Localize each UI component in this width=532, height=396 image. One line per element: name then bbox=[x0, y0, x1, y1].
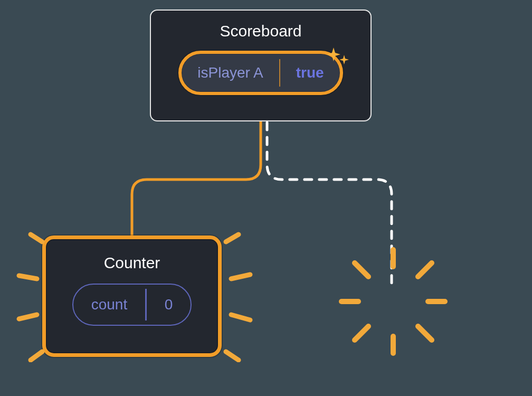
svg-line-5 bbox=[231, 275, 250, 279]
svg-line-2 bbox=[19, 315, 37, 319]
sparkle-icon bbox=[325, 45, 350, 71]
svg-line-6 bbox=[231, 315, 250, 320]
svg-line-11 bbox=[418, 326, 432, 340]
svg-line-15 bbox=[355, 263, 368, 277]
scoreboard-node: Scoreboard isPlayer A true bbox=[150, 10, 372, 121]
counter-node: Counter count 0 bbox=[42, 235, 222, 357]
burst-right-icon bbox=[216, 230, 264, 362]
svg-line-4 bbox=[226, 234, 239, 242]
diagram-canvas: Scoreboard isPlayer A true Counter count… bbox=[0, 0, 532, 396]
counter-state-value: 0 bbox=[147, 285, 191, 325]
svg-line-7 bbox=[226, 352, 239, 360]
scoreboard-state-key: isPlayer A bbox=[182, 54, 279, 92]
pill-divider bbox=[279, 59, 280, 87]
svg-line-13 bbox=[355, 326, 368, 340]
svg-line-1 bbox=[19, 276, 37, 279]
svg-line-9 bbox=[418, 263, 432, 277]
counter-state-pill: count 0 bbox=[72, 284, 192, 326]
scoreboard-state-pill: isPlayer A true bbox=[178, 51, 343, 95]
scoreboard-title: Scoreboard bbox=[151, 22, 370, 40]
svg-line-0 bbox=[31, 234, 42, 242]
svg-line-3 bbox=[31, 352, 42, 360]
counter-title: Counter bbox=[46, 254, 218, 272]
connector-scoreboard-to-counter bbox=[132, 121, 261, 235]
burst-left-icon bbox=[10, 230, 52, 362]
burst-radial-icon bbox=[327, 235, 459, 367]
counter-state-key: count bbox=[73, 285, 146, 325]
